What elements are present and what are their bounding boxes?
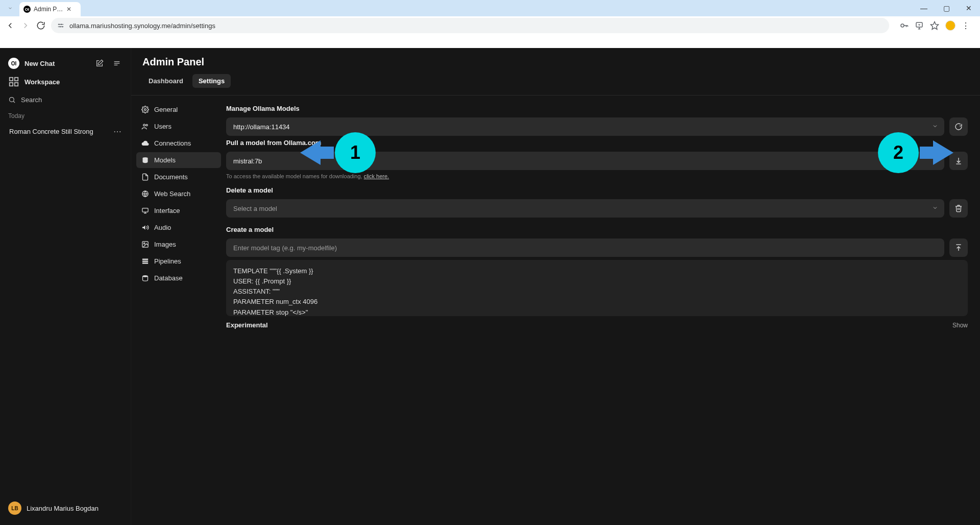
chevron-down-icon — [932, 205, 938, 212]
window-close-icon[interactable]: ✕ — [962, 4, 976, 12]
profile-avatar[interactable] — [945, 20, 955, 31]
nav-images-label: Images — [154, 241, 176, 248]
address-url: ollama.mariushosting.synology.me/admin/s… — [69, 22, 215, 30]
delete-model-button[interactable] — [949, 199, 968, 218]
pull-model-value: mistral:7b — [233, 157, 262, 165]
nav-models[interactable]: Models — [136, 152, 221, 168]
svg-rect-33 — [142, 259, 148, 260]
delete-model-label: Delete a model — [226, 186, 968, 194]
svg-rect-34 — [142, 260, 148, 262]
nav-general-label: General — [154, 106, 178, 113]
tab-dashboard[interactable]: Dashboard — [142, 74, 189, 88]
user-avatar[interactable]: LB — [8, 502, 21, 515]
nav-interface[interactable]: Interface — [136, 203, 221, 219]
nav-audio[interactable]: Audio — [136, 220, 221, 235]
browser-menu-icon[interactable]: ⋮ — [962, 21, 970, 31]
svg-rect-17 — [10, 78, 13, 81]
bookmark-star-icon[interactable] — [930, 21, 939, 30]
chat-history-item[interactable]: Roman Concrete Still Strong ⋯ — [5, 124, 126, 139]
nav-models-label: Models — [154, 156, 176, 164]
pull-model-label: Pull a model from Ollama.com — [226, 139, 968, 147]
nav-images[interactable]: Images — [136, 236, 221, 252]
nav-connections[interactable]: Connections — [136, 135, 221, 151]
chat-sidebar: OI New Chat Workspace Search — [0, 48, 131, 525]
site-settings-icon[interactable] — [57, 22, 64, 29]
nav-general[interactable]: General — [136, 102, 221, 117]
address-bar[interactable]: ollama.mariushosting.synology.me/admin/s… — [51, 18, 889, 33]
experimental-show-button[interactable]: Show — [952, 322, 968, 329]
svg-point-32 — [143, 243, 145, 244]
pull-help-link[interactable]: click here. — [364, 173, 389, 179]
modelfile-textarea[interactable]: TEMPLATE """{{ .System }} USER: {{ .Prom… — [226, 260, 968, 316]
password-key-icon[interactable] — [899, 21, 909, 30]
toggle-sidebar-icon[interactable] — [111, 58, 122, 69]
compose-icon[interactable] — [94, 58, 105, 69]
refresh-url-button[interactable] — [949, 117, 968, 136]
create-model-label: Create a model — [226, 226, 968, 233]
browser-tabstrip: OI Admin Pan… ✕ — ▢ ✕ — [0, 0, 980, 16]
svg-point-24 — [143, 124, 145, 126]
nav-pipelines[interactable]: Pipelines — [136, 253, 221, 269]
browser-tab[interactable]: OI Admin Pan… ✕ — [19, 2, 81, 16]
new-chat-label: New Chat — [24, 60, 55, 67]
ollama-url-select[interactable]: http://ollama:11434 — [226, 117, 944, 136]
nav-forward-button[interactable] — [20, 20, 31, 31]
nav-pipelines-label: Pipelines — [154, 257, 181, 265]
chat-title: Roman Concrete Still Strong — [9, 128, 93, 135]
svg-rect-28 — [142, 208, 148, 212]
nav-users-label: Users — [154, 123, 172, 130]
tab-close-icon[interactable]: ✕ — [66, 6, 71, 13]
nav-back-button[interactable] — [5, 20, 15, 31]
search-label: Search — [21, 96, 42, 104]
create-model-placeholder: Enter model tag (e.g. my-modelfile) — [233, 244, 337, 252]
window-maximize-icon[interactable]: ▢ — [939, 4, 953, 12]
manage-models-label: Manage Ollama Models — [226, 105, 968, 112]
nav-web-search[interactable]: Web Search — [136, 186, 221, 202]
nav-database[interactable]: Database — [136, 270, 221, 286]
pull-download-button[interactable] — [949, 152, 968, 170]
svg-rect-18 — [15, 78, 18, 81]
svg-rect-35 — [142, 262, 148, 264]
nav-reload-button[interactable] — [36, 20, 46, 31]
admin-main: Admin Panel Dashboard Settings General U… — [131, 48, 980, 525]
workspace-label: Workspace — [24, 78, 60, 86]
nav-connections-label: Connections — [154, 139, 191, 147]
tab-settings[interactable]: Settings — [192, 74, 231, 88]
chat-item-more-icon[interactable]: ⋯ — [113, 127, 121, 136]
nav-websearch-label: Web Search — [154, 190, 190, 198]
workspace-button[interactable]: Workspace — [8, 76, 60, 87]
install-app-icon[interactable] — [915, 21, 924, 30]
svg-rect-19 — [10, 83, 13, 86]
svg-rect-20 — [15, 83, 18, 86]
nav-interface-label: Interface — [154, 207, 180, 214]
pull-help-pre: To access the available model names for … — [226, 173, 364, 179]
delete-model-select[interactable]: Select a model — [226, 199, 944, 218]
workspace-icon — [8, 76, 19, 87]
svg-point-25 — [146, 124, 148, 126]
tab-title: Admin Pan… — [34, 6, 64, 13]
user-name[interactable]: Lixandru Marius Bogdan — [27, 505, 99, 512]
settings-nav: General Users Connections Models Documen… — [131, 96, 226, 525]
nav-users[interactable]: Users — [136, 118, 221, 134]
settings-content: Manage Ollama Models http://ollama:11434… — [226, 96, 980, 525]
svg-point-23 — [144, 109, 146, 111]
window-minimize-icon[interactable]: — — [917, 4, 931, 12]
tab-search-caret[interactable] — [4, 2, 16, 14]
nav-documents[interactable]: Documents — [136, 169, 221, 185]
tab-favicon-icon: OI — [23, 6, 31, 13]
browser-toolbar: ollama.mariushosting.synology.me/admin/s… — [0, 16, 980, 35]
create-model-upload-button[interactable] — [949, 238, 968, 257]
create-model-tag-input[interactable]: Enter model tag (e.g. my-modelfile) — [226, 238, 944, 257]
pull-help: To access the available model names for … — [226, 173, 968, 179]
browser-divider — [0, 35, 980, 48]
search-input[interactable]: Search — [5, 91, 126, 108]
experimental-label: Experimental — [226, 321, 268, 329]
svg-point-36 — [143, 275, 148, 277]
nav-documents-label: Documents — [154, 173, 188, 181]
svg-marker-13 — [931, 22, 939, 30]
page-title: Admin Panel — [142, 56, 969, 68]
pull-model-input[interactable]: mistral:7b — [226, 152, 944, 170]
new-chat-button[interactable]: OI New Chat — [8, 58, 55, 69]
svg-point-21 — [10, 97, 14, 102]
svg-line-22 — [13, 101, 15, 103]
